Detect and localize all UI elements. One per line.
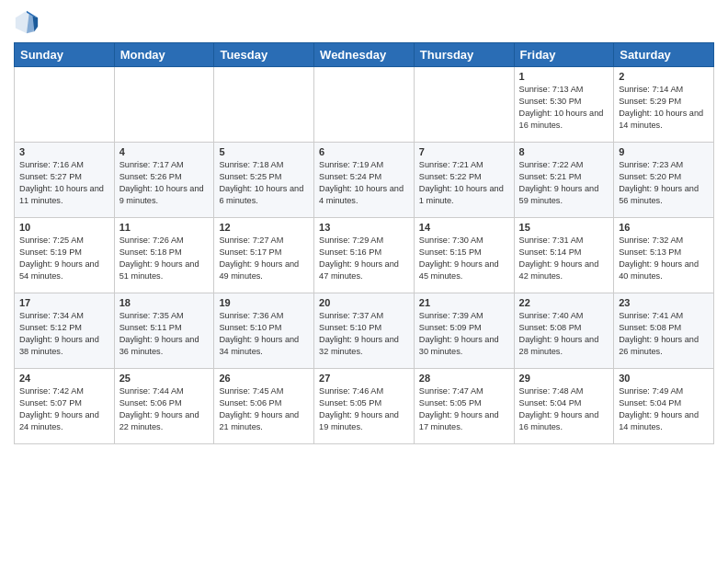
day-number: 17 [19, 297, 109, 308]
day-info: Sunrise: 7:48 AM Sunset: 5:04 PM Dayligh… [519, 385, 609, 433]
logo-icon [14, 9, 40, 35]
day-info: Sunrise: 7:30 AM Sunset: 5:15 PM Dayligh… [419, 235, 509, 282]
day-cell: 29Sunrise: 7:48 AM Sunset: 5:04 PM Dayli… [514, 369, 614, 444]
day-info: Sunrise: 7:32 AM Sunset: 5:13 PM Dayligh… [619, 235, 709, 282]
day-cell: 18Sunrise: 7:35 AM Sunset: 5:11 PM Dayli… [114, 293, 214, 369]
weekday-header-saturday: Saturday [614, 43, 714, 67]
day-info: Sunrise: 7:21 AM Sunset: 5:22 PM Dayligh… [419, 159, 509, 207]
day-info: Sunrise: 7:14 AM Sunset: 5:29 PM Dayligh… [619, 84, 709, 132]
calendar-table: SundayMondayTuesdayWednesdayThursdayFrid… [14, 42, 714, 444]
day-number: 8 [519, 146, 609, 157]
day-info: Sunrise: 7:35 AM Sunset: 5:11 PM Dayligh… [119, 310, 210, 358]
day-info: Sunrise: 7:18 AM Sunset: 5:25 PM Dayligh… [219, 159, 309, 207]
day-cell: 27Sunrise: 7:46 AM Sunset: 5:05 PM Dayli… [314, 369, 415, 444]
day-info: Sunrise: 7:37 AM Sunset: 5:10 PM Dayligh… [319, 310, 409, 358]
day-cell: 30Sunrise: 7:49 AM Sunset: 5:04 PM Dayli… [614, 369, 714, 444]
week-row-1: 1Sunrise: 7:13 AM Sunset: 5:30 PM Daylig… [15, 67, 714, 143]
week-row-4: 17Sunrise: 7:34 AM Sunset: 5:12 PM Dayli… [15, 293, 714, 369]
weekday-header-monday: Monday [114, 43, 214, 67]
day-number: 25 [119, 373, 210, 384]
weekday-header-tuesday: Tuesday [214, 43, 314, 67]
day-cell: 3Sunrise: 7:16 AM Sunset: 5:27 PM Daylig… [15, 143, 115, 218]
day-number: 6 [319, 146, 409, 157]
weekday-header-thursday: Thursday [414, 43, 514, 67]
day-cell: 8Sunrise: 7:22 AM Sunset: 5:21 PM Daylig… [514, 143, 614, 218]
day-cell: 12Sunrise: 7:27 AM Sunset: 5:17 PM Dayli… [214, 218, 314, 293]
day-number: 24 [19, 373, 109, 384]
day-cell: 23Sunrise: 7:41 AM Sunset: 5:08 PM Dayli… [614, 293, 714, 369]
day-info: Sunrise: 7:19 AM Sunset: 5:24 PM Dayligh… [319, 159, 409, 207]
day-number: 15 [519, 222, 609, 233]
day-cell: 21Sunrise: 7:39 AM Sunset: 5:09 PM Dayli… [414, 293, 514, 369]
day-info: Sunrise: 7:25 AM Sunset: 5:19 PM Dayligh… [19, 235, 109, 282]
logo [14, 9, 43, 35]
day-number: 27 [319, 373, 409, 384]
day-number: 21 [419, 297, 509, 308]
day-number: 1 [519, 71, 609, 82]
day-number: 28 [419, 373, 509, 384]
week-row-5: 24Sunrise: 7:42 AM Sunset: 5:07 PM Dayli… [15, 369, 714, 444]
day-info: Sunrise: 7:45 AM Sunset: 5:06 PM Dayligh… [219, 385, 309, 433]
day-number: 7 [419, 146, 509, 157]
day-cell: 7Sunrise: 7:21 AM Sunset: 5:22 PM Daylig… [414, 143, 514, 218]
day-number: 9 [619, 146, 709, 157]
day-info: Sunrise: 7:23 AM Sunset: 5:20 PM Dayligh… [619, 159, 709, 207]
day-number: 26 [219, 373, 309, 384]
day-cell: 16Sunrise: 7:32 AM Sunset: 5:13 PM Dayli… [614, 218, 714, 293]
day-info: Sunrise: 7:27 AM Sunset: 5:17 PM Dayligh… [219, 235, 309, 282]
day-info: Sunrise: 7:46 AM Sunset: 5:05 PM Dayligh… [319, 385, 409, 433]
day-info: Sunrise: 7:41 AM Sunset: 5:08 PM Dayligh… [619, 310, 709, 358]
day-cell: 15Sunrise: 7:31 AM Sunset: 5:14 PM Dayli… [514, 218, 614, 293]
day-number: 11 [119, 222, 210, 233]
day-cell: 2Sunrise: 7:14 AM Sunset: 5:29 PM Daylig… [614, 67, 714, 143]
day-cell: 19Sunrise: 7:36 AM Sunset: 5:10 PM Dayli… [214, 293, 314, 369]
day-cell: 17Sunrise: 7:34 AM Sunset: 5:12 PM Dayli… [15, 293, 115, 369]
day-info: Sunrise: 7:47 AM Sunset: 5:05 PM Dayligh… [419, 385, 509, 433]
day-cell: 25Sunrise: 7:44 AM Sunset: 5:06 PM Dayli… [114, 369, 214, 444]
day-info: Sunrise: 7:22 AM Sunset: 5:21 PM Dayligh… [519, 159, 609, 207]
day-cell [414, 67, 514, 143]
weekday-header-wednesday: Wednesday [314, 43, 415, 67]
day-cell: 14Sunrise: 7:30 AM Sunset: 5:15 PM Dayli… [414, 218, 514, 293]
day-info: Sunrise: 7:13 AM Sunset: 5:30 PM Dayligh… [519, 84, 609, 132]
day-number: 2 [619, 71, 709, 82]
day-cell [114, 67, 214, 143]
day-number: 23 [619, 297, 709, 308]
day-info: Sunrise: 7:39 AM Sunset: 5:09 PM Dayligh… [419, 310, 509, 358]
day-cell: 5Sunrise: 7:18 AM Sunset: 5:25 PM Daylig… [214, 143, 314, 218]
day-number: 3 [19, 146, 109, 157]
day-number: 4 [119, 146, 210, 157]
day-info: Sunrise: 7:17 AM Sunset: 5:26 PM Dayligh… [119, 159, 210, 207]
day-info: Sunrise: 7:49 AM Sunset: 5:04 PM Dayligh… [619, 385, 709, 433]
day-number: 16 [619, 222, 709, 233]
day-cell: 1Sunrise: 7:13 AM Sunset: 5:30 PM Daylig… [514, 67, 614, 143]
day-cell [314, 67, 415, 143]
day-number: 10 [19, 222, 109, 233]
day-number: 29 [519, 373, 609, 384]
day-cell: 9Sunrise: 7:23 AM Sunset: 5:20 PM Daylig… [614, 143, 714, 218]
week-row-2: 3Sunrise: 7:16 AM Sunset: 5:27 PM Daylig… [15, 143, 714, 218]
day-number: 5 [219, 146, 309, 157]
day-info: Sunrise: 7:34 AM Sunset: 5:12 PM Dayligh… [19, 310, 109, 358]
weekday-header-friday: Friday [514, 43, 614, 67]
day-info: Sunrise: 7:40 AM Sunset: 5:08 PM Dayligh… [519, 310, 609, 358]
day-number: 14 [419, 222, 509, 233]
week-row-3: 10Sunrise: 7:25 AM Sunset: 5:19 PM Dayli… [15, 218, 714, 293]
day-cell: 26Sunrise: 7:45 AM Sunset: 5:06 PM Dayli… [214, 369, 314, 444]
day-info: Sunrise: 7:36 AM Sunset: 5:10 PM Dayligh… [219, 310, 309, 358]
day-info: Sunrise: 7:16 AM Sunset: 5:27 PM Dayligh… [19, 159, 109, 207]
weekday-header-row: SundayMondayTuesdayWednesdayThursdayFrid… [15, 43, 714, 67]
day-info: Sunrise: 7:42 AM Sunset: 5:07 PM Dayligh… [19, 385, 109, 433]
day-number: 12 [219, 222, 309, 233]
day-cell [15, 67, 115, 143]
day-cell: 24Sunrise: 7:42 AM Sunset: 5:07 PM Dayli… [15, 369, 115, 444]
day-cell: 4Sunrise: 7:17 AM Sunset: 5:26 PM Daylig… [114, 143, 214, 218]
main-container: SundayMondayTuesdayWednesdayThursdayFrid… [0, 0, 728, 449]
day-cell: 11Sunrise: 7:26 AM Sunset: 5:18 PM Dayli… [114, 218, 214, 293]
day-number: 30 [619, 373, 709, 384]
day-number: 13 [319, 222, 409, 233]
day-number: 22 [519, 297, 609, 308]
day-info: Sunrise: 7:26 AM Sunset: 5:18 PM Dayligh… [119, 235, 210, 282]
day-number: 20 [319, 297, 409, 308]
weekday-header-sunday: Sunday [15, 43, 115, 67]
